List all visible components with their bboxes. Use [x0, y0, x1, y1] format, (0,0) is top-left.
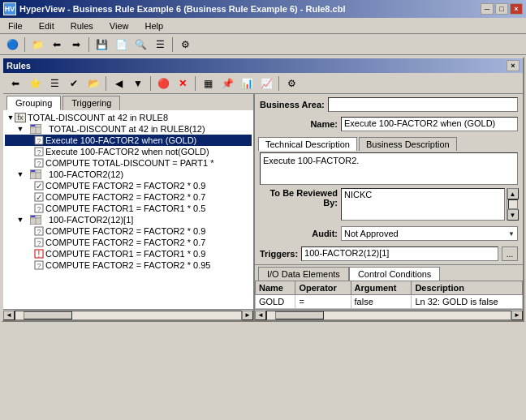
tab-io-data-elements[interactable]: I/O Data Elements: [258, 267, 349, 281]
description-area[interactable]: Execute 100-FACTOR2.: [260, 152, 518, 185]
tree-item[interactable]: ▼ TOTAL-DISCOUNT at 42 in RULE8(12): [5, 123, 252, 135]
tab-grouping[interactable]: Grouping: [6, 96, 61, 110]
tree-item[interactable]: ? COMPUTE TOTAL-DISCOUNT = PART1 *: [5, 157, 252, 169]
desc-vscroll: ▲ ▼: [507, 188, 518, 221]
hscroll-left-btn[interactable]: ◄: [3, 311, 15, 320]
toolbar-btn-settings[interactable]: ⚙: [176, 36, 194, 54]
triggers-value[interactable]: 100-FACTOR2(12)[1]: [301, 246, 498, 261]
rules-btn-8[interactable]: 🔴: [154, 75, 172, 92]
table-row[interactable]: GOLD=falseLn 32: GOLD is false: [256, 295, 523, 309]
toolbar-btn-save[interactable]: 💾: [93, 36, 110, 54]
rules-btn-6[interactable]: ◀: [110, 75, 127, 92]
svg-text:?: ?: [37, 239, 41, 247]
triggers-ellipsis-btn[interactable]: ...: [502, 246, 518, 261]
col-argument: Argument: [351, 281, 412, 295]
rules-btn-3[interactable]: ☰: [45, 75, 63, 92]
menu-file[interactable]: File: [3, 19, 28, 32]
vscroll-up-btn[interactable]: ▲: [507, 188, 519, 199]
hscroll-thumb[interactable]: [24, 311, 72, 319]
rules-btn-11[interactable]: 📊: [238, 75, 256, 92]
tree-item[interactable]: ✓ COMPUTE FACTOR2 = FACTOR2 * 0.7: [5, 191, 252, 203]
rules-btn-12[interactable]: ⚙: [282, 75, 300, 92]
triggers-label: Triggers:: [260, 249, 298, 259]
right-hscroll-thumb[interactable]: [275, 311, 324, 319]
tree-item[interactable]: ▼ 100-FACTOR2(12)[1]: [5, 214, 252, 225]
tree-item-label: TOTAL-DISCOUNT at 42 in RULE8: [28, 113, 168, 122]
tab-business-description[interactable]: Business Description: [359, 137, 457, 151]
tab-triggering[interactable]: Triggering: [63, 96, 120, 110]
toolbar-btn-folder[interactable]: 📁: [28, 36, 46, 54]
rules-btn-5[interactable]: 📂: [84, 75, 102, 92]
right-hscroll-right-btn[interactable]: ►: [511, 311, 523, 320]
tree-item[interactable]: ✓ COMPUTE FACTOR2 = FACTOR2 * 0.9: [5, 180, 252, 191]
rules-btn-1[interactable]: ⬅: [6, 75, 24, 92]
name-value[interactable]: Execute 100-FACTOR2 when (GOLD): [341, 117, 518, 131]
expand-icon: ▼: [16, 170, 24, 178]
tree-item[interactable]: ! COMPUTE FACTOR1 = FACTOR1 * 0.9: [5, 248, 252, 259]
toolbar-sep-1: [24, 37, 25, 52]
window-title: HyperView - Business Rule Example 6 (Bus…: [19, 4, 345, 14]
tree-item[interactable]: ? COMPUTE FACTOR2 = FACTOR2 * 0.95: [5, 259, 252, 271]
business-area-label: Business Area:: [260, 100, 325, 109]
rules-btn-2[interactable]: ⭐: [26, 75, 44, 92]
maximize-button[interactable]: □: [495, 3, 508, 15]
right-hscroll-track[interactable]: [266, 311, 511, 320]
audit-dropdown[interactable]: Not Approved ▼: [341, 226, 518, 241]
menu-help[interactable]: Help: [140, 19, 168, 32]
menu-view[interactable]: View: [105, 19, 134, 32]
menu-edit[interactable]: Edit: [34, 19, 59, 32]
audit-value: Not Approved: [344, 229, 399, 238]
toolbar-btn-1[interactable]: 🔵: [3, 36, 21, 54]
tree-item[interactable]: ▼ fx TOTAL-DISCOUNT at 42 in RULE8: [5, 112, 252, 123]
business-area-input[interactable]: [328, 97, 518, 112]
toolbar-btn-back[interactable]: ⬅: [48, 36, 66, 54]
rules-btn-chart[interactable]: 📈: [257, 75, 275, 92]
tree-item-label: TOTAL-DISCOUNT at 42 in RULE8(12): [49, 124, 205, 134]
toolbar-btn-fwd[interactable]: ➡: [67, 36, 85, 54]
rules-sep-4: [278, 76, 279, 91]
vscroll-track[interactable]: [508, 199, 518, 209]
svg-rect-23: [31, 216, 35, 217]
reviewed-by-value[interactable]: NICKC: [341, 188, 505, 221]
tree-item-label: COMPUTE FACTOR2 = FACTOR2 * 0.7: [45, 238, 205, 247]
col-operator: Operator: [295, 281, 351, 295]
main-toolbar: 🔵 📁 ⬅ ➡ 💾 📄 🔍 ☰ ⚙: [0, 34, 526, 55]
rules-btn-9[interactable]: ▦: [199, 75, 217, 92]
svg-rect-13: [31, 170, 35, 172]
rules-btn-x[interactable]: ✕: [174, 75, 192, 92]
menu-rules[interactable]: Rules: [66, 19, 98, 32]
toolbar-btn-doc[interactable]: 📄: [112, 36, 130, 54]
tree-container[interactable]: ▼ fx TOTAL-DISCOUNT at 42 in RULE8 ▼ TOT…: [3, 110, 253, 309]
tab-technical-description[interactable]: Technical Description: [258, 137, 357, 151]
rules-toolbar: ⬅ ⭐ ☰ ✔ 📂 ◀ ▼ 🔴 ✕ ▦ 📌 📊 📈 ⚙: [3, 73, 523, 94]
table-icon: [24, 215, 47, 225]
tree-item-selected[interactable]: ? Execute 100-FACTOR2 when (GOLD): [5, 135, 252, 146]
rules-btn-10[interactable]: 📌: [218, 75, 236, 92]
table-cell: =: [295, 295, 351, 309]
hscroll-track[interactable]: [15, 311, 242, 320]
rules-btn-7[interactable]: ▼: [129, 75, 147, 92]
rules-btn-4[interactable]: ✔: [65, 75, 83, 92]
cb-question-icon: ?: [34, 260, 44, 270]
tree-item-label: Execute 100-FACTOR2 when (GOLD): [45, 135, 196, 145]
cb-question-icon: ?: [34, 204, 44, 213]
tree-item-label: COMPUTE TOTAL-DISCOUNT = PART1 *: [45, 158, 214, 168]
right-hscroll-left-btn[interactable]: ◄: [255, 311, 266, 320]
toolbar-btn-list[interactable]: ☰: [151, 36, 169, 54]
vscroll-down-btn[interactable]: ▼: [507, 209, 519, 221]
hscroll-right-btn[interactable]: ►: [242, 311, 253, 320]
rules-window-header: Rules ×: [3, 58, 523, 73]
toolbar-btn-search[interactable]: 🔍: [132, 36, 149, 54]
minimize-button[interactable]: ─: [481, 3, 494, 15]
tree-item[interactable]: ? COMPUTE FACTOR2 = FACTOR2 * 0.7: [5, 237, 252, 248]
tree-item[interactable]: ? COMPUTE FACTOR2 = FACTOR2 * 0.9: [5, 225, 252, 237]
expand-icon: ▼: [16, 125, 24, 133]
tab-control-conditions[interactable]: Control Conditions: [349, 267, 441, 281]
rules-close-btn[interactable]: ×: [507, 60, 520, 71]
tree-item[interactable]: ▼ 100-FACTOR2(12): [5, 169, 252, 180]
tree-item[interactable]: ? Execute 100-FACTOR2 when not(GOLD): [5, 146, 252, 157]
control-conditions-table: Name Operator Argument Description GOLD=…: [255, 281, 523, 309]
reviewed-by-label: To Be Reviewed By:: [260, 188, 341, 221]
close-button[interactable]: ×: [510, 3, 523, 15]
tree-item[interactable]: ? COMPUTE FACTOR1 = FACTOR1 * 0.5: [5, 203, 252, 214]
